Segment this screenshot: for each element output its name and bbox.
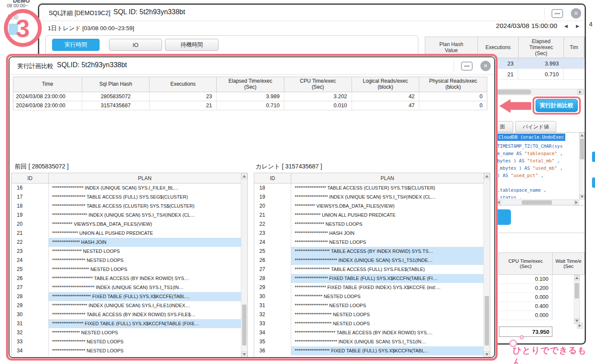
plan-compare-button[interactable]: 実行計画比較 [536,99,578,112]
up-arrow-icon [580,134,584,137]
plan-row[interactable]: 25 ******************** NESTED LOOPS [12,265,241,274]
comparison-titlebar[interactable]: 実行計画比較 SQLID: 5t2h93yn338bt ✕ [9,57,494,75]
window-title: 実行計画比較 [17,62,53,70]
code-horizontal-scrollbar[interactable] [496,199,579,205]
metric-total-value: 73.950 [499,327,552,337]
arrow-tail [510,102,531,110]
close-button[interactable]: ✕ [571,8,581,19]
scrollbar-thumb[interactable] [580,139,584,159]
tab-wait-time[interactable]: 待機時間 [165,39,218,51]
plan-row[interactable]: 23 ****************** HASH JOIN [254,229,483,238]
plan-row[interactable]: 27 *********************** INDEX (UNIQUE… [12,283,241,292]
plan-row[interactable]: 33 ******************** NESTED LOOPS [254,319,483,328]
metric-row[interactable]: 0.100 [498,275,585,284]
plan-row[interactable]: 32 *************** NESTED LOOPS [12,328,241,337]
date-navigation: 2024/03/08 15:00:00 ◄ ► [496,22,580,30]
sql-text-panel[interactable]: CloudDB (oracle.UndoExec TIMESTAMP_TZ(TO… [495,132,585,205]
plan-row[interactable]: 26 *********************** INDEX (UNIQUE… [254,256,483,265]
plan-comparison-window: 実行計画比較 SQLID: 5t2h93yn338bt ✕ Time Sql P… [9,56,495,358]
scroll-right-button[interactable] [577,323,583,329]
plan-row[interactable]: 31 ***************** FIXED TABLE (FULL) … [12,319,241,328]
plan-row[interactable]: 24 ****************** NESTED LOOPS [254,238,483,247]
next-time-button[interactable]: ► [575,23,580,29]
column-header: Executions [150,77,217,92]
scroll-up-button[interactable] [574,275,579,280]
prev-time-button[interactable]: ◄ [563,23,569,29]
plan-row[interactable]: 34 ********************** TABLE ACCESS (… [254,328,483,337]
window-title: SQL詳細 [DEMO19C2] [49,9,110,17]
scroll-up-button[interactable] [241,173,247,179]
plan-row[interactable]: 23 **************** NESTED LOOPS [12,247,241,256]
sql-code-line: .status , [497,194,578,199]
scroll-right-button[interactable] [574,200,579,205]
plan-row[interactable]: 25 ******************* TABLE ACCESS (BY … [254,247,483,256]
minimize-button[interactable] [461,62,473,71]
scroll-up-button[interactable] [579,133,585,138]
plan-row[interactable]: 21 ************** UNION ALL PUSHED PREDI… [254,211,483,220]
close-button[interactable]: ✕ [480,61,491,71]
plan-row[interactable]: 34 ****************** NESTED LOOPS [12,346,241,355]
column-header: Tim [564,37,584,58]
plan-row[interactable]: 22 *************** HASH JOIN [12,238,241,247]
tab-bind-values[interactable]: バインド値 [515,121,556,132]
window-buttons: ✕ [454,60,491,72]
plan-row[interactable]: 19 ****************** INDEX (UNIQUE SCAN… [254,193,483,202]
plan-row[interactable]: 26 ********************** TABLE ACCESS (… [12,274,241,283]
plan-row[interactable]: 20 *********** VIEWSYS.DBA_DATA_FILES(VI… [12,220,241,229]
plan-row[interactable]: 16 ***************** INDEX (UNIQUE SCAN)… [12,184,241,193]
metric-row[interactable]: 0.200 [498,284,585,293]
minimize-button[interactable] [551,9,563,18]
plan-vertical-scrollbar[interactable] [483,173,490,358]
plan-row[interactable]: 35 *********************** INDEX (UNIQUE… [254,337,483,346]
plan-row[interactable]: 36 ******************* FIXED TABLE (FULL… [254,346,483,355]
plan-row[interactable]: 30 *************** NESTED LOOPS [254,292,483,301]
scrollbar-thumb[interactable] [575,283,579,299]
plan-row[interactable]: 29 ***************** FIXED TABLE (FIXED … [254,283,483,292]
column-header: ID [12,173,49,183]
scrollbar-thumb[interactable] [485,296,489,345]
scroll-down-button[interactable] [241,352,247,358]
plan-row[interactable]: 28 ****************** FIXED TABLE (FULL)… [254,274,483,283]
plan-row[interactable]: 19 ******************* INDEX (UNIQUE SCA… [12,211,241,220]
plan-row[interactable]: 24 ****************** NESTED LOOPS [12,256,241,265]
scroll-down-button[interactable] [579,194,585,199]
plan-row[interactable]: 21 ************** UNION ALL PUSHED PREDI… [12,229,241,238]
plan-vertical-scrollbar[interactable] [241,173,247,358]
scroll-up-button[interactable] [484,173,490,179]
sql-code-line: CloudDB (oracle.UndoExec [497,134,565,141]
tab-execution-time[interactable]: 実行時間 [52,39,100,51]
plan-row[interactable]: 30 ****************** TABLE ACCESS (BY I… [12,310,241,319]
plan-row[interactable]: 29 ******************* INDEX (UNIQUE SCA… [12,301,241,310]
plan-row[interactable]: 18 ***************** TABLE ACCESS (CLUST… [254,184,483,193]
scroll-down-button[interactable] [484,352,490,358]
column-header: Wait Time/e (Sec [553,253,585,274]
plan-row[interactable]: 32 ******************** NESTED LOOPS [254,310,483,319]
watermark: ひとりでできるもん [513,345,595,364]
metric-row[interactable]: 0.400 [498,302,585,311]
plan-row[interactable]: 22 **************** NESTED LOOPS [254,220,483,229]
scroll-right-button[interactable] [577,89,583,95]
metric-row[interactable]: 0.000 [498,293,585,302]
scrollbar-thumb[interactable] [522,200,552,205]
sql-detail-titlebar[interactable]: SQL詳細 [DEMO19C2] SQL ID: 5t2h93yn338bt ✕ [39,5,585,21]
plan-row[interactable]: 18 ****************** TABLE ACCESS (CLUS… [12,202,241,211]
comparison-window-annotation-border: 実行計画比較 SQLID: 5t2h93yn338bt ✕ Time Sql P… [6,54,498,361]
metric-row[interactable]: 0.000 [498,311,585,320]
code-vertical-scrollbar[interactable] [579,133,585,199]
comparison-row[interactable]: 2024/03/08 23:00:00 3157435687 21 0.710 … [13,101,487,110]
tab-io[interactable]: IO [109,39,162,51]
comparison-row[interactable]: 2024/03/08 23:00:00 2805835072 23 3.989 … [13,92,487,101]
metrics-header: CPU Time/exec (Sec) Wait Time/e (Sec [498,252,585,275]
plan-row[interactable]: 33 ****************** NESTED LOOPS [12,337,241,346]
plan-row[interactable]: 27 ******************* TABLE ACCESS (FUL… [254,265,483,274]
column-header: Logical Reads/exec (block) [352,77,420,92]
metrics-vertical-scrollbar[interactable] [574,275,580,324]
plan-row[interactable]: 28 ********************* FIXED TABLE (FU… [12,292,241,301]
plan-row[interactable]: 20 *********** VIEWSYS.DBA_DATA_FILES(VI… [254,202,483,211]
plan-row[interactable]: 31 ****************** NESTED LOOPS [254,301,483,310]
step-number: 3 [16,14,30,43]
comparison-table: Time Sql Plan Hash Executions Elapsed Ti… [13,77,487,110]
sql-code-line: ) AS "used_pct" , [497,172,578,179]
plan-row[interactable]: 17 ****************** TABLE ACCESS (FULL… [12,193,241,202]
scrollbar-thumb[interactable] [242,305,246,345]
